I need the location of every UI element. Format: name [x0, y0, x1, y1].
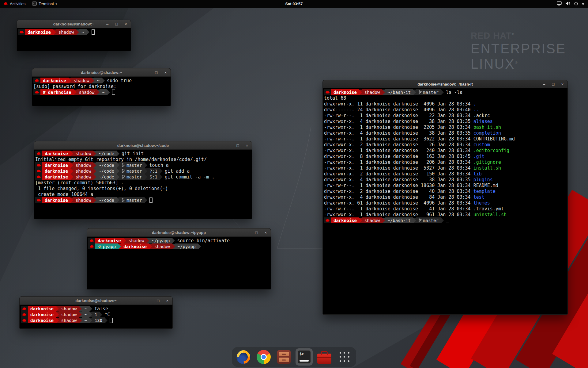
output-line: [master (root-commit) 50bcb63] . — [35, 180, 252, 186]
window-titlebar[interactable]: darknoise@shadow:~ – □ × — [17, 20, 131, 28]
terminal-cursor — [203, 244, 206, 249]
prompt-segment-path: ~/bash-it — [385, 217, 413, 223]
registered-mark: ® — [515, 61, 518, 64]
terminal-content[interactable]: darknoiseshadow~/codegit initInitialized… — [34, 150, 252, 219]
output-text: -rwxrwxr-x. 1 darknoise darknoise 206 Ja… — [324, 159, 473, 165]
terminal-window-bash-it[interactable]: darknoise@shadow:~/bash-it – □ × darknoi… — [322, 80, 568, 315]
output-line: -rw-rw-r--. 1 darknoise darknoise 3622 J… — [324, 136, 567, 142]
close-button[interactable]: × — [245, 143, 249, 148]
close-button[interactable]: × — [263, 230, 268, 235]
redhat-icon — [88, 238, 95, 243]
files-icon[interactable] — [275, 348, 292, 366]
prompt-line: # darknoiseshadow~ — [33, 89, 171, 95]
prompt-line: darknoiseshadow~/codemasterS:1git commit… — [35, 174, 252, 180]
prompt-segment-path: ~ — [82, 312, 89, 317]
prompt-segment-host: shadow — [362, 89, 383, 95]
window-title: darknoise@shadow:~/pyapp — [152, 230, 206, 235]
powerline-separator — [70, 197, 73, 203]
app-menu[interactable]: Terminal ▾ — [29, 0, 60, 8]
window-title: darknoise@shadow:~ — [81, 70, 122, 75]
terminal-dock-icon[interactable] — [296, 348, 313, 366]
powerline-separator — [117, 197, 119, 203]
minimize-button[interactable]: – — [147, 298, 151, 303]
terminal-content[interactable]: darknoiseshadow~ — [17, 28, 131, 51]
output-line: drwx------. 24 darknoise darknoise 4096 … — [324, 107, 567, 113]
powerline-separator — [74, 90, 77, 95]
maximize-button[interactable]: □ — [236, 143, 240, 148]
terminal-content[interactable]: darknoiseshadow~sudo true[sudo] password… — [32, 77, 171, 106]
minimize-button[interactable]: – — [226, 143, 231, 148]
close-button[interactable]: × — [123, 22, 128, 26]
terminal-window-home-1[interactable]: darknoise@shadow:~ – □ × darknoiseshadow… — [17, 20, 131, 51]
output-text: -rwxrwxr-x. 1 darknoise darknoise 961 Ja… — [324, 212, 473, 217]
prompt-segment-path: ~/code — [96, 174, 117, 180]
branch-icon — [418, 90, 422, 94]
clock[interactable]: Sat 03:57 — [285, 2, 303, 6]
prompt-segment-path: ~/bash-it — [385, 89, 413, 95]
window-titlebar[interactable]: darknoise@shadow:~/pyapp – □ × — [87, 228, 271, 237]
branch-icon — [122, 169, 125, 173]
prompt-segment-host: shadow — [152, 243, 172, 249]
prompt-segment-host: shadow — [59, 312, 79, 317]
terminal-window-sudo[interactable]: darknoise@shadow:~ – □ × darknoiseshadow… — [32, 68, 171, 106]
terminal-window-pyapp[interactable]: darknoise@shadow:~/pyapp – □ × darknoise… — [87, 228, 271, 289]
prompt-line: darknoiseshadow~/codegit init — [35, 151, 252, 156]
prompt-segment-host: shadow — [73, 162, 94, 168]
window-title: darknoise@shadow:~/bash-it — [417, 82, 473, 86]
output-line: total 68 — [324, 95, 567, 101]
maximize-button[interactable]: □ — [114, 22, 119, 26]
chrome-icon[interactable] — [255, 348, 272, 366]
window-titlebar[interactable]: darknoise@shadow:~/code – □ × — [34, 141, 252, 150]
terminal-content[interactable]: darknoiseshadow~/bash-itmasterls -latota… — [323, 88, 567, 314]
maximize-button[interactable]: □ — [254, 230, 259, 235]
system-status-area[interactable] — [557, 0, 588, 8]
terminal-content[interactable]: darknoiseshadow~falsedarknoiseshadow~1^C… — [20, 305, 172, 328]
prompt-segment-git: master — [119, 168, 145, 174]
activities-button[interactable]: Activities — [0, 0, 29, 8]
window-titlebar[interactable]: darknoise@shadow:~/bash-it – □ × — [323, 80, 567, 88]
powerline-separator — [93, 168, 96, 174]
minimize-button[interactable]: – — [105, 22, 110, 26]
output-line: Initialized empty Git repository in /hom… — [35, 156, 252, 162]
maximize-button[interactable]: □ — [156, 298, 160, 303]
maximize-button[interactable]: □ — [551, 82, 556, 86]
close-button[interactable]: × — [165, 298, 170, 303]
close-button[interactable]: × — [163, 70, 168, 75]
powerline-separator — [70, 151, 73, 156]
minimize-button[interactable]: – — [542, 82, 546, 86]
powerline-separator — [123, 238, 126, 243]
output-text: . — [473, 101, 476, 107]
output-text: drwxrwxr-x. 11 darknoise darknoise 4096 … — [324, 101, 473, 107]
output-line: drwxrwxr-x. 61 darknoise darknoise 4096 … — [324, 200, 567, 206]
minimize-button[interactable]: – — [245, 230, 250, 235]
powerline-separator — [172, 238, 175, 243]
prompt-segment-user: darknoise — [28, 312, 56, 317]
prompt-segment-host: shadow — [59, 306, 79, 312]
terminal-content[interactable]: darknoiseshadow~/pyappsource bin/activat… — [87, 237, 271, 289]
prompt-segment-venv: pyapp — [95, 243, 118, 249]
terminal-window-home-2[interactable]: darknoise@shadow:~ – □ × darknoiseshadow… — [19, 296, 173, 329]
output-text: -rw-rw-r--. 1 darknoise darknoise 41 Jan… — [324, 206, 473, 212]
output-text: uninstall.sh — [473, 212, 507, 217]
minimize-button[interactable]: – — [145, 70, 149, 75]
toolbox-icon[interactable] — [316, 348, 333, 366]
powerline-separator — [93, 197, 96, 203]
output-line: -rwxrwxr-x. 1 darknoise darknoise 240 Ja… — [324, 148, 567, 153]
window-titlebar[interactable]: darknoise@shadow:~ – □ × — [32, 68, 171, 77]
power-icon — [574, 1, 578, 6]
redhat-icon — [88, 243, 95, 249]
prompt-segment-host: shadow — [77, 89, 97, 95]
prompt-segment-user: darknoise — [42, 197, 70, 203]
window-titlebar[interactable]: darknoise@shadow:~ – □ × — [20, 297, 172, 305]
app-grid-icon[interactable] — [336, 348, 353, 366]
close-button[interactable]: × — [560, 82, 565, 86]
output-line: -rwxrwxr-x. 1 darknoise darknoise 961 Ja… — [324, 212, 567, 217]
powerline-separator — [93, 151, 96, 156]
prompt-segment-gitstat: S:1 — [147, 174, 160, 180]
firefox-icon[interactable] — [235, 348, 252, 366]
maximize-button[interactable]: □ — [154, 70, 159, 75]
branch-icon — [122, 198, 125, 202]
output-text: drwxrwxr-x. 2 darknoise darknoise 40 Jan… — [324, 189, 473, 194]
terminal-window-code[interactable]: darknoise@shadow:~/code – □ × darknoises… — [34, 141, 252, 219]
prompt-segment-host: shadow — [73, 151, 94, 156]
